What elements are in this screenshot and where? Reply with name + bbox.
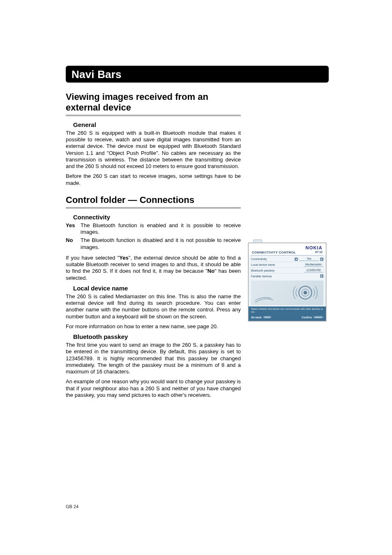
fig-label: Familiar devices [251, 275, 272, 278]
content-columns: Viewing images received from an external… [66, 92, 326, 402]
fig-label: Connectivity [251, 258, 267, 260]
subsection-bluetooth-passkey: Bluetooth passkey [73, 333, 241, 340]
fig-illustration [251, 281, 323, 305]
subsection-local-device-name: Local device name [73, 285, 241, 292]
fig-hint-text: Select whether this device can communica… [249, 306, 326, 315]
softkey-label: Go back [251, 316, 262, 319]
page: Navi Bars Viewing images received from a… [0, 0, 392, 555]
nokia-logo: NOKIA [306, 245, 323, 250]
definition-desc: The Bluetooth function is enabled and it… [81, 222, 241, 236]
section-title-control: Control folder — Connections [66, 195, 241, 205]
fig-time: 07:12 [315, 251, 323, 254]
fig-softkey-back[interactable]: Go back back [251, 316, 272, 319]
definition-desc: The Bluetooth function is disabled and i… [81, 237, 241, 251]
definition-term-no: No [66, 237, 81, 251]
fig-settings-list: Connectivity ◄ Yes ► Local device name M… [249, 256, 326, 279]
connectivity-control-screenshot: NOKIA CONNECTIVITY CONTROL 07:12 Connect… [248, 243, 326, 321]
bold-yes: Yes [119, 255, 128, 261]
fig-value: Yes [299, 257, 319, 261]
subsection-general: General [73, 121, 241, 128]
fig-label: Local device name [251, 263, 275, 266]
bluetooth-illustration-icon [251, 281, 323, 305]
definition-list: Yes The Bluetooth function is enabled an… [66, 222, 241, 251]
fig-value: 123456789 [304, 269, 323, 272]
section-rule [66, 115, 241, 116]
definition-term-yes: Yes [66, 222, 81, 236]
section-rule [66, 207, 241, 209]
svg-point-2 [304, 291, 307, 294]
softkey-key: select [313, 316, 323, 318]
paragraph: An example of one reason why you would w… [66, 378, 241, 398]
page-number: GB 24 [66, 504, 78, 509]
text-span: If you have selected " [66, 255, 119, 261]
figure-tab-decor [253, 240, 262, 243]
definition-row: Yes The Bluetooth function is enabled an… [66, 222, 241, 236]
definition-row: No The Bluetooth function is disabled an… [66, 237, 241, 251]
bold-no: No [208, 268, 214, 274]
right-arrow-icon[interactable]: ► [320, 258, 323, 261]
fig-brand-row: NOKIA [249, 243, 326, 251]
fig-softkeys: Go back back Confirm select [249, 315, 326, 321]
fig-row-familiar-devices[interactable]: Familiar devices ► [251, 274, 323, 279]
softkey-key: back [263, 316, 272, 318]
paragraph: The 260 S is equipped with a built-in Bl… [66, 130, 241, 170]
text-column: Viewing images received from an external… [66, 92, 241, 402]
fig-value: Mediamaster [304, 263, 323, 267]
section-title-viewing: Viewing images received from an external… [66, 92, 241, 113]
chapter-title: Navi Bars [71, 68, 122, 81]
paragraph: The first time you want to send an image… [66, 342, 241, 375]
fig-label: Bluetooth passkey [251, 269, 274, 272]
fig-title: CONNECTIVITY CONTROL [252, 251, 296, 254]
paragraph: Before the 260 S can start to receive im… [66, 173, 241, 187]
fig-row-local-device-name[interactable]: Local device name Mediamaster [251, 262, 323, 268]
fig-row-bluetooth-passkey[interactable]: Bluetooth passkey 123456789 [251, 268, 323, 274]
right-arrow-icon[interactable]: ► [320, 274, 323, 278]
chapter-header-bar: Navi Bars [66, 66, 329, 83]
softkey-label: Confirm [302, 316, 312, 319]
fig-title-row: CONNECTIVITY CONTROL 07:12 [249, 251, 326, 255]
paragraph: If you have selected "Yes", the external… [66, 255, 241, 281]
subsection-connectivity: Connectivity [73, 214, 241, 221]
fig-row-connectivity[interactable]: Connectivity ◄ Yes ► [251, 256, 323, 262]
fig-softkey-confirm[interactable]: Confirm select [302, 316, 323, 319]
paragraph: The 260 S is called Mediamaster on this … [66, 293, 241, 320]
figure-column: NOKIA CONNECTIVITY CONTROL 07:12 Connect… [248, 92, 326, 321]
paragraph: For more information on how to enter a n… [66, 323, 241, 330]
left-arrow-icon[interactable]: ◄ [295, 258, 298, 261]
